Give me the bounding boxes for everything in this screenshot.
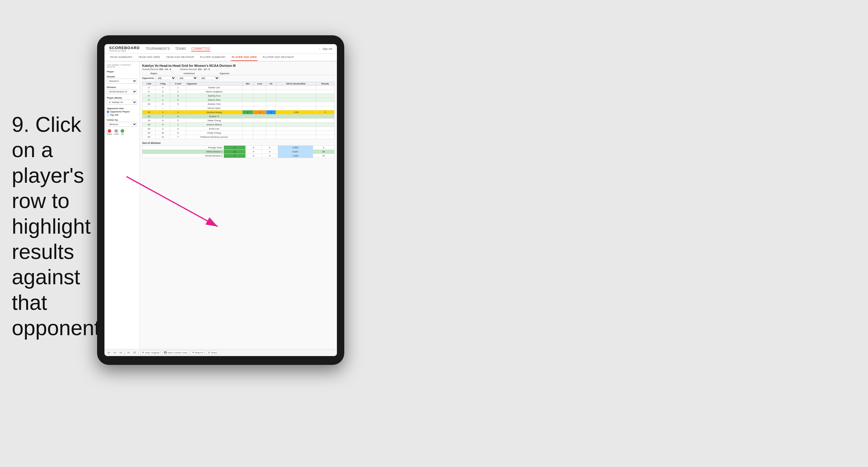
table-cell — [276, 98, 316, 102]
ood-cell: 0 — [261, 146, 278, 150]
opponent-header: Opponent — [213, 72, 236, 74]
nav-tournaments[interactable]: TOURNAMENTS — [146, 46, 170, 52]
table-cell: 14 — [143, 115, 156, 119]
table-row[interactable]: 1822Euna Lee — [143, 127, 335, 131]
nav-committee[interactable]: COMMITTEE — [191, 46, 210, 52]
scissors-button[interactable]: ✂ — [126, 351, 131, 354]
table-cell: Sydney Kuo — [186, 94, 242, 98]
refresh-button[interactable]: ↺ — [132, 351, 136, 354]
radio-dot-checked — [107, 111, 109, 113]
table-cell: 8 — [155, 119, 170, 123]
colour-by-select[interactable]: Win/loss — [107, 122, 137, 127]
tab-player-h2h-heatmap[interactable]: PLAYER H2H HEATMAP — [262, 54, 294, 61]
tab-player-h2h-grid[interactable]: PLAYER H2H GRID — [231, 54, 257, 61]
data-area: Katelyn Vo Head-to-Head Grid for Women's… — [140, 62, 337, 349]
colour-by-label: Colour by — [107, 119, 137, 121]
table-cell — [242, 115, 253, 119]
sidebar-player-label: Player — [107, 70, 137, 73]
table-cell: 10 — [143, 102, 156, 106]
opponent-view-label: Opponent view — [107, 107, 137, 110]
gender-select[interactable]: Women's — [107, 79, 137, 84]
undo2-button[interactable]: ↩ — [113, 351, 117, 354]
conference-header: Conference — [178, 72, 201, 74]
ood-cell: 30 — [313, 150, 334, 154]
table-row[interactable]: 1585Stella Cheng — [143, 119, 335, 123]
records-row: Overall Record: 353 - 34 - 6 Division Re… — [142, 68, 335, 71]
table-cell: 10 — [155, 131, 170, 135]
tab-team-h2h-grid[interactable]: TEAM H2H GRID — [138, 54, 161, 61]
ood-cell: 7.400 — [278, 154, 313, 158]
sign-out-button[interactable]: Sign out — [319, 48, 332, 50]
tab-team-h2h-heatmap[interactable]: TEAM H2H HEATMAP — [165, 54, 195, 61]
ood-cell: 0 — [261, 154, 278, 158]
table-cell: 2 — [155, 90, 170, 94]
undo-button[interactable]: ↩ — [107, 351, 111, 354]
player-rank-select[interactable]: 8. Katelyn Vo — [107, 100, 137, 105]
table-row[interactable]: 20117Federica Domecq Lacroze — [143, 135, 335, 139]
table-row[interactable]: 341Esther Lee — [143, 86, 335, 90]
sidebar-timestamp: Last Updated: 27/03/2024 16:55:38 — [107, 64, 137, 68]
view-original-button[interactable]: 👁 View: Original — [141, 350, 161, 355]
redo-button[interactable]: ↪ — [119, 351, 123, 354]
col-conf: # Conf — [170, 82, 186, 86]
tablet-frame: SCOREBOARD Powered by clippd TOURNAMENTS… — [97, 35, 344, 365]
ood-cell: Foreign Team — [143, 146, 224, 150]
ood-cell: 2 — [313, 146, 334, 150]
table-row[interactable]: .........HeeJo Hyun — [143, 106, 335, 111]
table-row[interactable]: 1474Eunice Yi — [143, 115, 335, 119]
table-cell — [266, 127, 276, 131]
table-cell: ... — [143, 106, 156, 111]
table-cell: 9 — [155, 123, 170, 127]
table-row[interactable]: 914Sharon Mun — [143, 98, 335, 102]
col-tie: Tie — [266, 82, 276, 86]
nav-teams[interactable]: TEAMS — [175, 46, 186, 52]
table-cell — [253, 131, 266, 135]
table-cell — [253, 98, 266, 102]
table-cell — [266, 106, 276, 111]
ood-row[interactable]: NCAA Division 25007.40010 — [143, 154, 335, 158]
table-cell — [242, 131, 253, 135]
radio-dot-unchecked — [107, 114, 109, 116]
conference-filter[interactable]: (All) — [177, 76, 198, 80]
share-button[interactable]: ⬆ Share — [207, 350, 218, 355]
table-row[interactable]: 19106Emily Chang — [143, 131, 335, 135]
ood-cell: 1 — [224, 146, 245, 150]
table-cell: 6 — [170, 131, 186, 135]
table-cell — [266, 123, 276, 127]
radio-opponents-played[interactable]: Opponents Played — [107, 111, 137, 113]
table-cell: 3 — [170, 94, 186, 98]
table-cell — [266, 98, 276, 102]
table-cell: 15 — [143, 119, 156, 123]
division-select[interactable]: NCAA Division III — [107, 89, 137, 94]
tab-team-summary[interactable]: TEAM SUMMARY — [109, 54, 133, 61]
table-cell — [242, 90, 253, 94]
table-cell — [253, 106, 266, 111]
table-row[interactable]: 1311Jessica Huang010-3.002 — [143, 111, 335, 115]
table-row[interactable]: 613Sydney Kuo — [143, 94, 335, 98]
region-filter[interactable]: (All) — [155, 76, 176, 80]
nav-items: TOURNAMENTS TEAMS COMMITTEE — [146, 46, 313, 52]
tab-player-summary[interactable]: PLAYER SUMMARY — [199, 54, 226, 61]
ood-row[interactable]: Foreign Team1004.5002 — [143, 146, 335, 150]
table-cell: 2 — [170, 127, 186, 131]
table-cell: Jessica Huang — [186, 111, 242, 115]
table-cell — [316, 90, 335, 94]
opponent-filter[interactable]: (All) — [199, 76, 219, 80]
table-row[interactable]: 1691Jessica Mason — [143, 123, 335, 127]
table-cell: 1 — [170, 86, 186, 90]
table-cell — [316, 94, 335, 98]
col-rounds: Rounds — [316, 82, 335, 86]
table-cell: 1 — [170, 123, 186, 127]
watch-button[interactable]: 👁 Watch ▾ — [191, 350, 205, 355]
table-cell — [266, 86, 276, 90]
table-cell: 4 — [170, 98, 186, 102]
table-cell — [253, 119, 266, 123]
table-row[interactable]: 1063Andrea York — [143, 102, 335, 106]
col-win: Win — [242, 82, 253, 86]
filters-area: Region Conference Opponent Opponents: (A… — [142, 72, 335, 80]
ood-row[interactable]: NAIA Division 115009.26730 — [143, 150, 335, 154]
save-custom-button[interactable]: 💾 Save Custom View — [162, 350, 189, 355]
table-row[interactable]: 522Alexis Sudjianto — [143, 90, 335, 94]
opponents-label: Opponents: — [142, 77, 154, 80]
radio-top100[interactable]: Top 100 — [107, 114, 137, 116]
